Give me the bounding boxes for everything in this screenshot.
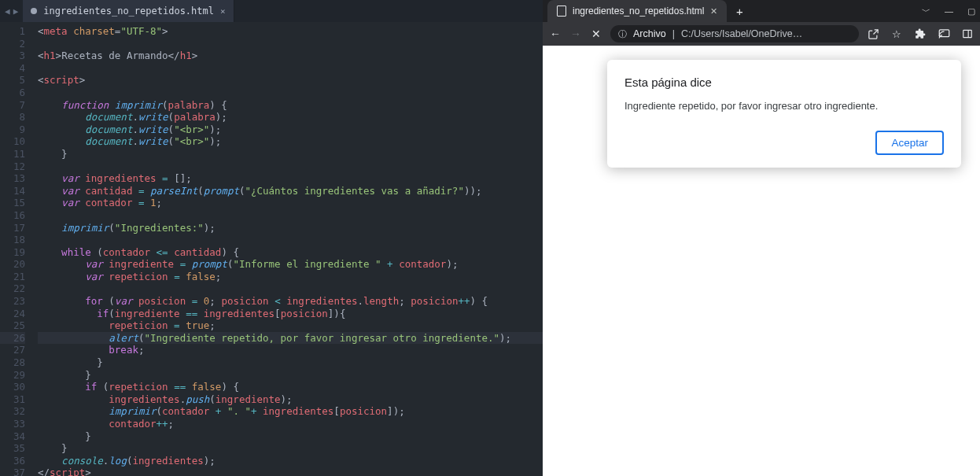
cast-icon[interactable] (938, 28, 950, 40)
line-number: 1 (0, 25, 25, 38)
code-line[interactable]: var ingredientes = []; (38, 172, 543, 185)
line-number: 16 (0, 209, 25, 222)
line-number: 3 (0, 50, 25, 62)
window-controls: ﹀ ― ▢ (922, 6, 975, 16)
code-line[interactable]: } (38, 356, 543, 369)
minimize-icon[interactable]: ― (945, 6, 953, 16)
line-number: 20 (0, 258, 25, 271)
addr-url: C:/Users/Isabel/OneDrive… (681, 28, 851, 39)
code-line[interactable]: } (38, 430, 543, 443)
line-number: 6 (0, 87, 25, 99)
browser-titlebar: ingredientes_no_repetidos.html ✕ + ﹀ ― ▢ (543, 0, 980, 22)
info-icon: ⓘ (618, 28, 627, 40)
document-icon (557, 6, 566, 17)
close-icon[interactable]: × (220, 6, 226, 17)
line-number: 27 (0, 344, 25, 356)
forward-icon[interactable]: → (569, 28, 582, 40)
code-line[interactable]: var contador = 1; (38, 197, 543, 209)
line-number: 9 (0, 124, 25, 136)
code-line[interactable]: alert("Ingrediente repetido, por favor i… (38, 332, 543, 345)
code-line[interactable]: } (38, 442, 543, 455)
toolbar-actions: ☆ (867, 28, 974, 40)
code-line[interactable]: repeticion = true; (38, 319, 543, 332)
code-line[interactable] (38, 87, 543, 99)
extensions-icon[interactable] (914, 28, 927, 40)
code-line[interactable]: var ingrediente = prompt("Informe el ing… (38, 258, 543, 271)
code-line[interactable] (38, 62, 543, 75)
line-number: 36 (0, 455, 25, 467)
address-bar[interactable]: ⓘ Archivo | C:/Users/Isabel/OneDrive… (610, 25, 859, 42)
code-line[interactable]: while (contador <= cantidad) { (38, 246, 543, 259)
addr-separator: | (672, 28, 675, 39)
line-number-gutter: 1234567891011121314151617181920212223242… (0, 22, 31, 476)
line-number: 14 (0, 185, 25, 197)
code-line[interactable]: <h1>Recetas de Armando</h1> (38, 50, 543, 62)
line-number: 5 (0, 74, 25, 87)
code-line[interactable]: function imprimir(palabra) { (38, 99, 543, 112)
code-line[interactable] (38, 282, 543, 295)
line-number: 29 (0, 369, 25, 382)
line-number: 33 (0, 418, 25, 430)
stop-icon[interactable]: ✕ (590, 28, 602, 40)
code-line[interactable]: <script> (38, 74, 543, 87)
dialog-ok-button[interactable]: Aceptar (875, 131, 944, 155)
line-number: 21 (0, 271, 25, 283)
line-number: 32 (0, 405, 25, 418)
line-number: 13 (0, 172, 25, 185)
line-number: 25 (0, 319, 25, 332)
line-number: 11 (0, 148, 25, 161)
addr-scheme: Archivo (633, 28, 666, 39)
line-number: 37 (0, 467, 25, 476)
maximize-icon[interactable]: ▢ (967, 6, 975, 16)
code-line[interactable]: document.write("<br>"); (38, 124, 543, 136)
editor-tabbar: ◀ ▶ ingredientes_no_repetidos.html × (0, 0, 543, 22)
line-number: 22 (0, 282, 25, 295)
line-number: 19 (0, 246, 25, 259)
code-line[interactable]: } (38, 369, 543, 382)
triangle-left-icon[interactable]: ◀ (5, 6, 10, 17)
close-icon[interactable]: ✕ (710, 6, 717, 17)
code-line[interactable]: console.log(ingredientes); (38, 455, 543, 467)
editor-tab[interactable]: ingredientes_no_repetidos.html × (23, 0, 234, 22)
line-number: 30 (0, 381, 25, 393)
line-number: 7 (0, 99, 25, 112)
line-number: 8 (0, 111, 25, 124)
line-number: 10 (0, 135, 25, 148)
chevron-down-icon[interactable]: ﹀ (922, 6, 930, 16)
code-line[interactable]: break; (38, 344, 543, 356)
code-line[interactable]: ingredientes.push(ingrediente); (38, 393, 543, 406)
browser-tab[interactable]: ingredientes_no_repetidos.html ✕ (547, 0, 727, 22)
browser-toolbar: ← → ✕ ⓘ Archivo | C:/Users/Isabel/OneDri… (543, 22, 980, 46)
code-line[interactable]: imprimir(contador + ". "+ ingredientes[p… (38, 405, 543, 418)
code-line[interactable]: document.write(palabra); (38, 111, 543, 124)
share-icon[interactable] (867, 28, 879, 40)
alert-dialog: Esta página dice Ingrediente repetido, p… (607, 60, 961, 168)
code-line[interactable]: if (repeticion == false) { (38, 381, 543, 393)
code-line[interactable]: } (38, 148, 543, 161)
code-line[interactable]: var cantidad = parseInt(prompt("¿Cuántos… (38, 185, 543, 197)
code-line[interactable]: contador++; (38, 418, 543, 430)
line-number: 23 (0, 295, 25, 308)
side-panel-icon[interactable] (961, 28, 974, 40)
code-line[interactable]: for (var posicion = 0; posicion < ingred… (38, 295, 543, 308)
browser-tab-title: ingredientes_no_repetidos.html (573, 6, 704, 17)
code-line[interactable]: imprimir("Ingredientes:"); (38, 222, 543, 234)
code-line[interactable] (38, 209, 543, 222)
dialog-title: Esta página dice (624, 76, 944, 89)
browser-viewport: Esta página dice Ingrediente repetido, p… (543, 46, 980, 476)
star-icon[interactable]: ☆ (890, 28, 903, 40)
back-icon[interactable]: ← (549, 28, 562, 40)
editor-tab-nav: ◀ ▶ (0, 6, 23, 17)
code-line[interactable] (38, 161, 543, 173)
code-content[interactable]: <meta charset="UTF-8"> <h1>Recetas de Ar… (31, 22, 543, 476)
code-line[interactable]: </script> (38, 467, 543, 476)
code-line[interactable]: <meta charset="UTF-8"> (38, 25, 543, 38)
code-line[interactable] (38, 234, 543, 246)
code-line[interactable]: document.write("<br>"); (38, 135, 543, 148)
new-tab-button[interactable]: + (730, 2, 749, 20)
line-number: 2 (0, 38, 25, 50)
code-line[interactable] (38, 38, 543, 50)
code-line[interactable]: var repeticion = false; (38, 271, 543, 283)
code-line[interactable]: if(ingrediente == ingredientes[posicion]… (38, 308, 543, 320)
triangle-right-icon[interactable]: ▶ (13, 6, 19, 17)
